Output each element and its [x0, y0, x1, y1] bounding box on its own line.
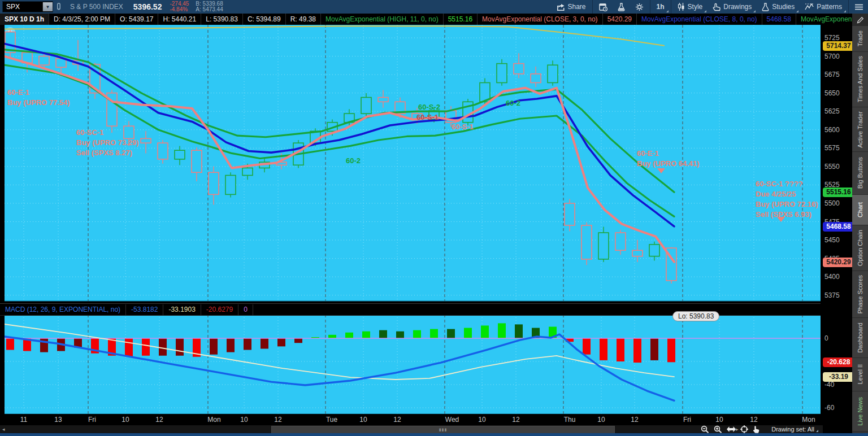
symbol-dropdown-button[interactable]: ▼ [42, 2, 53, 11]
drawings-button[interactable]: Drawings [708, 0, 757, 14]
dropdown-corner [666, 10, 669, 12]
macd-tick--60: -60 [824, 403, 834, 412]
price-bubble-5515.16: 5515.16 [823, 188, 854, 197]
gadget-sidebar: TradeTimes And SalesActive TraderBig But… [852, 14, 868, 433]
sidebar-pen-icon[interactable] [852, 14, 868, 26]
ask-value: A: 5473.44 [196, 7, 223, 12]
chart-header-segment-9[interactable]: MovAvgExponential (CLOSE, 3, 0, no) [478, 14, 603, 25]
time-label-Mon: Mon [207, 416, 220, 424]
dropdown-corner [753, 10, 756, 12]
drawing-set-selector[interactable]: Drawing set: All [771, 425, 818, 433]
sidebar-tab-phase-scores[interactable]: Phase Scores [852, 271, 868, 318]
pan-horizontal-icon[interactable] [727, 426, 736, 432]
sidebar-tab-live-news[interactable]: Live News [852, 391, 868, 431]
style-button[interactable]: Style [672, 0, 708, 14]
bid-ask: B: 5339.68 A: 5473.44 [192, 1, 226, 12]
time-label-10: 10 [715, 416, 723, 424]
symbol-input[interactable]: SPX ▼ [2, 1, 53, 12]
price-tick-5625: 5625 [824, 107, 840, 116]
sidebar-tab-label: Phase Scores [857, 275, 863, 313]
sidebar-tab-big-buttons[interactable]: Big Buttons [852, 152, 868, 195]
sidebar-tab-dashboard[interactable]: Dashboard [852, 318, 868, 358]
price-tick-5575: 5575 [824, 143, 840, 152]
chart-header-segment-0: SPX 10 D 1h [0, 14, 49, 25]
sidebar-tab-option-chain[interactable]: Option Chain [852, 225, 868, 271]
sidebar-tab-trade[interactable]: Trade [852, 26, 868, 52]
chart-header-segment-2: O: 5439.17 [115, 14, 158, 25]
chart-header-segment-11[interactable]: MovAvgExponential (CLOSE, 8, 0, no) [637, 14, 762, 25]
timeframe-button[interactable]: 1h [652, 0, 670, 14]
patterns-button[interactable]: Patterns [800, 0, 847, 14]
menu-button[interactable] [850, 0, 868, 14]
time-label-10: 10 [478, 416, 485, 424]
scroll-left-arrow-icon[interactable]: ◂ [2, 426, 5, 432]
time-axis[interactable]: 1113Fri1012Mon1012Tue1012Wed1012Thu1012F… [0, 414, 823, 425]
timeframe-label: 1h [657, 3, 665, 11]
chart-header-segment-3: H: 5440.21 [158, 14, 201, 25]
time-label-Wed: Wed [445, 416, 459, 424]
zoom-in-icon[interactable] [714, 425, 722, 433]
chart-area[interactable]: MACD (12, 26, 9, EXPONENTIAL, no)-53.818… [0, 25, 852, 433]
studies-button[interactable]: Studies [757, 0, 800, 14]
sidebar-tab-label: Option Chain [857, 230, 863, 266]
annotation-60-s-1[interactable]: 60-S-1 [452, 122, 474, 132]
style-label: Style [688, 3, 703, 11]
chart-header-segment-6: R: 49.38 [286, 14, 321, 25]
horizontal-scrollbar[interactable]: ◂ ▮▮▮ ◂ ▸ Drawing set: All [0, 425, 823, 433]
annotation-60-s-2[interactable]: 60-S-2 [418, 102, 440, 112]
annotation-60-2[interactable]: 60-2 [346, 156, 361, 166]
price-change: -274.45 -4.84% [166, 1, 192, 12]
annotation-60-s-1[interactable]: 60-S-1 [416, 112, 439, 123]
chart-header-segment-7[interactable]: MovAvgExponential (HIGH, 11, 0, no) [321, 14, 444, 25]
crosshair-icon[interactable] [740, 425, 748, 433]
price-macd-chart-canvas[interactable] [0, 25, 852, 433]
scrollbar-thumb[interactable]: ▮▮▮ [271, 426, 615, 434]
time-label-Tue: Tue [326, 416, 337, 424]
sidebar-tab-label: Dashboard [857, 322, 863, 353]
price-tick-5400: 5400 [824, 272, 840, 281]
chart-header-segment-12: 5468.58 [762, 14, 796, 25]
macd-tick-0: 0 [824, 334, 828, 343]
toolbar-right-group: Share 1h Style [552, 0, 868, 14]
toolbar-separator [671, 0, 671, 14]
price-tick-5600: 5600 [824, 125, 840, 134]
sidebar-tab-times-and-sales[interactable]: Times And Sales [852, 52, 868, 107]
sidebar-tab-active-trader[interactable]: Active Trader [852, 107, 868, 152]
time-label-12: 12 [750, 416, 757, 424]
time-label-Mon: Mon [802, 416, 815, 424]
settings-gear-button[interactable] [630, 0, 649, 14]
annotation-60-2[interactable]: 60-2 [506, 98, 520, 108]
dropdown-corner [816, 430, 818, 432]
sidebar-tab-level-ii[interactable]: Level II [852, 358, 868, 391]
time-label-Fri: Fri [683, 416, 691, 424]
price-tick-5450: 5450 [824, 236, 840, 245]
analyze-flask-button[interactable] [613, 0, 630, 14]
sidebar-tab-label: Times And Sales [857, 56, 863, 102]
chart-header-segment-1: D: 4/3/25, 2:00 PM [49, 14, 115, 25]
calendar-events-button[interactable] [594, 0, 613, 14]
annotation-60-sc-1-[interactable]: 60-SC-1 ???? Due 4/25/25 Buy (UPRO 72.16… [756, 179, 818, 220]
annotation-60-e-1[interactable]: 60-E-1 Buy (UPRO 77.54) [7, 88, 70, 108]
annotation-arrow-icon [777, 217, 785, 222]
annotation-60-e-1[interactable]: 60-E-1 Buy (UPRO 64.41) [637, 149, 700, 169]
company-name: S & P 500 INDEX [64, 3, 129, 11]
chart-header-segment-13[interactable]: MovAvgExponential (LOW, 11, 0, no) [796, 14, 852, 25]
chart-status-row: SPX 10 D 1hD: 4/3/25, 2:00 PMO: 5439.17H… [0, 14, 852, 25]
hand-cursor-icon[interactable] [753, 425, 760, 433]
time-label-12: 12 [274, 416, 281, 424]
macd-bubble--33.19: -33.19 [823, 372, 854, 382]
annotation-60-sc-1[interactable]: 60-SC-1 Buy (UPRO 73.29) Sell (SPXS 8.27… [76, 128, 139, 158]
time-label-12: 12 [155, 416, 163, 424]
link-icon[interactable] [53, 2, 64, 11]
drawing-set-label: Drawing set: All [771, 426, 814, 433]
macd-header-segment-0[interactable]: MACD (12, 26, 9, EXPONENTIAL, no) [0, 304, 126, 315]
time-label-10: 10 [359, 416, 367, 424]
share-button[interactable]: Share [552, 0, 591, 14]
zoom-out-icon[interactable] [701, 425, 709, 433]
symbol-value[interactable]: SPX [3, 3, 42, 11]
sidebar-tab-label: Level II [857, 364, 863, 384]
sidebar-tab-label: Big Buttons [857, 157, 863, 189]
sidebar-tab-chart[interactable]: Chart [852, 195, 868, 225]
price-tick-5500: 5500 [824, 199, 840, 208]
change-percent: -4.84% [170, 7, 189, 12]
